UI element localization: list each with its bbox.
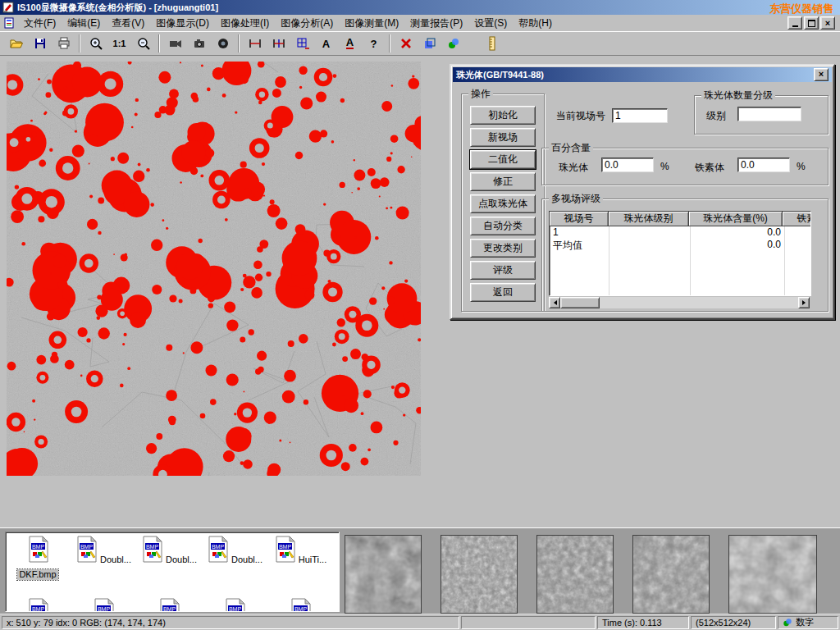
bmp-file-icon: BMP bbox=[288, 598, 313, 612]
scroll-right-button[interactable] bbox=[798, 297, 810, 308]
vertical-ruler-button[interactable] bbox=[481, 33, 503, 55]
return-button[interactable]: 返回 bbox=[470, 283, 536, 302]
delete-mark-button[interactable] bbox=[395, 33, 417, 55]
pearlite-percent-input[interactable] bbox=[601, 158, 654, 172]
menu-item-settings[interactable]: 设置(S) bbox=[468, 15, 513, 32]
document-icon bbox=[3, 17, 15, 29]
menu-item-view[interactable]: 查看(V) bbox=[106, 15, 150, 32]
thumbnail-4[interactable] bbox=[632, 535, 710, 614]
file-item[interactable]: BMPDoubl... bbox=[73, 536, 134, 566]
file-item[interactable]: BMP bbox=[139, 598, 199, 612]
text-style-icon: A bbox=[346, 38, 354, 49]
auto-classify-button[interactable]: 自动分类 bbox=[470, 217, 536, 235]
grade-input[interactable] bbox=[737, 107, 801, 121]
help-button[interactable]: ? bbox=[363, 33, 385, 55]
status-image-size: (512x512x24) bbox=[691, 616, 776, 629]
file-item[interactable]: BMPDoubl... bbox=[204, 536, 265, 566]
child-close-button[interactable]: × bbox=[820, 16, 835, 30]
workspace: 珠光体(GB/T9441-88) × 操作 初始化 新视场 二值化 修正 点取珠… bbox=[0, 56, 840, 527]
svg-text:BMP: BMP bbox=[279, 544, 292, 550]
grid-measure-button[interactable] bbox=[291, 33, 313, 55]
window-title: IS100显微摄像系统(金相分析版) - [zhuguangti01] bbox=[17, 2, 218, 14]
menu-item-edit[interactable]: 编辑(E) bbox=[62, 15, 106, 32]
file-item[interactable]: BMPDKF.bmp bbox=[7, 536, 68, 581]
menu-item-image-process[interactable]: 图像处理(I) bbox=[215, 15, 275, 32]
initialize-button[interactable]: 初始化 bbox=[470, 106, 536, 125]
svg-text:BMP: BMP bbox=[163, 606, 176, 612]
camera-button[interactable] bbox=[188, 33, 210, 55]
file-item[interactable]: BMP bbox=[73, 598, 134, 612]
open-button[interactable] bbox=[5, 33, 27, 55]
color-marker-button[interactable] bbox=[442, 33, 464, 55]
file-list[interactable]: BMPDKF.bmpBMPDoubl...BMPDoubl...BMPDoubl… bbox=[5, 532, 340, 612]
child-window-controls: × bbox=[788, 16, 838, 30]
caliper-adjust-button[interactable] bbox=[267, 33, 290, 55]
child-minimize-button[interactable] bbox=[788, 16, 802, 30]
grade-label: 级别 bbox=[706, 109, 726, 123]
svg-text:BMP: BMP bbox=[294, 606, 308, 612]
file-item[interactable]: BMPHuiTi... bbox=[270, 536, 331, 566]
current-field-input[interactable] bbox=[612, 108, 668, 123]
thumbnail-3[interactable] bbox=[536, 535, 614, 614]
table-horizontal-scrollbar[interactable] bbox=[549, 297, 810, 308]
svg-text:BMP: BMP bbox=[229, 606, 242, 612]
app-icon bbox=[2, 2, 14, 13]
thumbnail-1[interactable] bbox=[345, 535, 422, 614]
file-name: Doubl... bbox=[230, 555, 264, 565]
dialog-close-button[interactable]: × bbox=[814, 68, 829, 81]
ferrite-label: 铁素体 bbox=[695, 161, 724, 175]
title-bar: IS100显微摄像系统(金相分析版) - [zhuguangti01] 东营仪器… bbox=[0, 0, 840, 15]
overlay-layers-button[interactable] bbox=[418, 33, 441, 55]
file-item[interactable]: BMP bbox=[270, 598, 331, 612]
video-capture-icon bbox=[168, 36, 183, 51]
caliper-button[interactable] bbox=[244, 33, 266, 55]
zoom-in-button[interactable] bbox=[84, 33, 107, 55]
zoom-out-icon bbox=[136, 36, 151, 51]
table-row[interactable]: 平均值 0.0 bbox=[550, 239, 810, 251]
video-capture-button[interactable] bbox=[164, 33, 186, 55]
thumbnail-2[interactable] bbox=[441, 535, 518, 614]
help-icon: ? bbox=[371, 38, 377, 50]
text-style-button[interactable]: A bbox=[339, 33, 361, 55]
save-button[interactable] bbox=[29, 33, 51, 55]
toolbar-separator bbox=[79, 34, 80, 52]
menu-item-report[interactable]: 测量报告(P) bbox=[404, 15, 468, 32]
scrollbar-track[interactable] bbox=[560, 297, 798, 308]
snapshot-button[interactable] bbox=[212, 33, 234, 55]
menu-item-help[interactable]: 帮助(H) bbox=[513, 15, 558, 32]
change-category-button[interactable]: 更改类别 bbox=[470, 239, 536, 258]
new-field-button[interactable]: 新视场 bbox=[470, 128, 536, 147]
menu-item-image-analysis[interactable]: 图像分析(A) bbox=[275, 15, 339, 32]
file-name: HuiTi... bbox=[297, 555, 328, 565]
menu-item-file[interactable]: 文件(F) bbox=[18, 15, 62, 32]
ferrite-percent-input[interactable] bbox=[737, 158, 790, 172]
dialog-title-bar[interactable]: 珠光体(GB/T9441-88) × bbox=[453, 67, 832, 82]
metallograph-image[interactable] bbox=[7, 62, 421, 476]
pick-pearlite-button[interactable]: 点取珠光体 bbox=[470, 194, 536, 213]
child-restore-button[interactable] bbox=[804, 16, 819, 30]
scroll-right-icon bbox=[802, 300, 808, 305]
file-item[interactable]: BMP bbox=[204, 598, 265, 612]
table-body: 1 0.0 平均值 0.0 bbox=[550, 226, 810, 295]
grid-measure-icon bbox=[295, 36, 310, 51]
scroll-left-button[interactable] bbox=[549, 297, 560, 308]
text-annotate-button[interactable]: A bbox=[315, 33, 337, 55]
column-divider bbox=[609, 226, 609, 295]
col-field-number: 视场号 bbox=[550, 212, 609, 226]
grade-button[interactable]: 评级 bbox=[470, 261, 536, 280]
zoom-out-button[interactable] bbox=[132, 33, 154, 55]
color-marker-icon bbox=[446, 36, 461, 51]
cell-field-number: 平均值 bbox=[550, 239, 609, 251]
print-button[interactable] bbox=[52, 33, 75, 55]
menu-item-image-display[interactable]: 图像显示(D) bbox=[150, 15, 215, 32]
binarize-button[interactable]: 二值化 bbox=[470, 150, 536, 169]
menu-item-image-measure[interactable]: 图像测量(M) bbox=[339, 15, 404, 32]
cell-field-number: 1 bbox=[550, 226, 609, 239]
table-row[interactable]: 1 0.0 bbox=[550, 226, 810, 239]
file-item[interactable]: BMP bbox=[7, 598, 68, 612]
scrollbar-thumb[interactable] bbox=[560, 297, 600, 308]
thumbnail-5[interactable] bbox=[728, 535, 817, 614]
actual-size-button[interactable]: 1:1 bbox=[108, 33, 130, 55]
file-item[interactable]: BMPDoubl... bbox=[139, 536, 199, 566]
correct-button[interactable]: 修正 bbox=[470, 172, 536, 191]
